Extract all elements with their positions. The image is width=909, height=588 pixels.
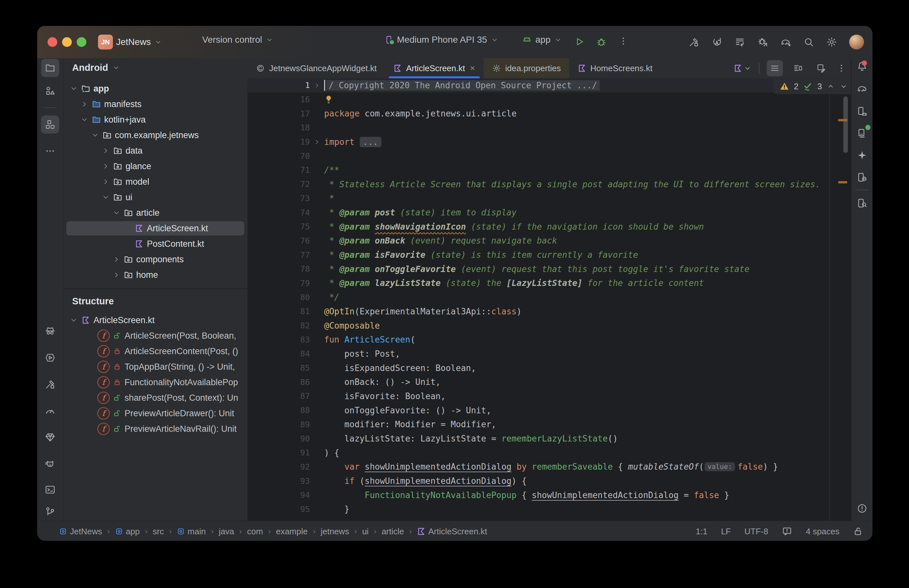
caret-position-widget[interactable]: 1:1 <box>696 527 707 536</box>
apply-code-changes-icon[interactable] <box>734 37 745 48</box>
run-button[interactable] <box>574 36 585 47</box>
tool-window-button-git-branch[interactable] <box>41 502 59 521</box>
tool-window-button-problems-circle[interactable] <box>853 499 871 517</box>
tree-chevron-icon[interactable] <box>100 194 111 201</box>
panel-divider[interactable] <box>64 289 248 289</box>
code-line[interactable]: 19import ... <box>247 135 851 149</box>
inspections-widget[interactable]: 2 3 <box>773 79 851 94</box>
breadcrumb-item[interactable]: src <box>153 527 164 536</box>
project-tree-row[interactable]: ui <box>64 189 248 205</box>
tool-window-button-device-explorer-link[interactable] <box>853 168 871 186</box>
project-tree-row[interactable]: PostContent.kt <box>64 236 248 252</box>
code-line[interactable]: 1/ Copyright 2020 The Android Open Sourc… <box>247 78 851 92</box>
build-hammer-icon[interactable] <box>688 37 699 48</box>
structure-item-row[interactable]: fArticleScreen(Post, Boolean, <box>64 328 248 344</box>
project-tree-row[interactable]: data <box>64 143 248 158</box>
device-selector[interactable]: Medium Phone API 35 <box>384 35 499 45</box>
tree-chevron-icon[interactable] <box>111 271 122 279</box>
code-line[interactable]: 90 lazyListState: LazyListState = rememb… <box>247 431 851 446</box>
structure-item-row[interactable]: fTopAppBar(String, () -> Unit, <box>64 359 248 375</box>
tool-window-button-profiler-gauge[interactable] <box>41 402 59 420</box>
editor-tab[interactable]: ArticleScreen.kt× <box>385 58 483 78</box>
view-split-toggle[interactable] <box>790 60 806 76</box>
view-design-toggle[interactable] <box>813 60 830 76</box>
line-ending-widget[interactable]: LF <box>721 527 731 536</box>
breadcrumb-item[interactable]: jetnews <box>321 527 349 536</box>
code-line[interactable]: 18 <box>247 121 851 135</box>
close-window-button[interactable] <box>48 37 57 47</box>
code-line[interactable]: 89 modifier: Modifier = Modifier, <box>247 418 851 432</box>
code-line[interactable]: 77 * @param isFavorite (state) is this i… <box>247 248 851 262</box>
code-line[interactable]: 83fun ArticleScreen( <box>247 333 851 347</box>
structure-item-row[interactable]: fPreviewArticleDrawer(): Unit <box>64 405 248 421</box>
tool-window-button-running-hexagon-play[interactable] <box>41 349 59 367</box>
next-problem-chevron-icon[interactable] <box>840 82 848 90</box>
search-icon[interactable] <box>803 37 814 48</box>
code-line[interactable]: 16 <box>247 92 851 107</box>
structure-item-row[interactable]: fArticleScreenContent(Post, () <box>64 344 248 359</box>
view-list-toggle[interactable] <box>767 60 783 76</box>
code-line[interactable]: 80 */ <box>247 290 851 304</box>
highlighting-level-bubble-icon[interactable] <box>782 526 792 536</box>
minimize-window-button[interactable] <box>62 37 72 47</box>
tool-window-button-gradle-elephant[interactable] <box>853 79 871 98</box>
breadcrumb-item[interactable]: example <box>276 527 308 536</box>
zoom-window-button[interactable] <box>77 37 86 47</box>
attach-debugger-bug-icon[interactable] <box>757 37 768 48</box>
fold-chevron-icon[interactable] <box>310 82 324 89</box>
tool-window-button-logcat-cat[interactable] <box>41 455 59 473</box>
code-line[interactable]: 82@Composable <box>247 318 851 333</box>
tool-window-button-app-inspection-spy[interactable] <box>41 322 59 340</box>
debug-button[interactable] <box>596 36 607 47</box>
code-line[interactable]: 79 * @param lazyListState (state) the [L… <box>247 276 851 291</box>
editor-tab[interactable]: JetnewsGlanceAppWidget.kt <box>247 58 385 78</box>
breadcrumb-item[interactable]: ui <box>362 527 368 536</box>
editor-tab[interactable]: idea.properties <box>484 58 569 78</box>
fold-chevron-icon[interactable] <box>310 139 324 145</box>
code-line[interactable]: 70 <box>247 149 851 163</box>
tool-window-button-notifications-bell[interactable] <box>853 57 871 75</box>
apply-changes-a-icon[interactable] <box>711 37 722 48</box>
prev-problem-chevron-icon[interactable] <box>827 82 835 90</box>
tool-window-button-running-devices[interactable] <box>853 124 871 142</box>
tool-window-button-project-folder[interactable] <box>41 59 59 77</box>
code-line[interactable]: 91) { <box>247 446 851 460</box>
code-line[interactable]: 84 post: Post, <box>247 347 851 361</box>
structure-item-row[interactable]: fPreviewArticleNavRail(): Unit <box>64 421 248 437</box>
tree-chevron-icon[interactable] <box>100 147 111 155</box>
tool-window-button-app-inspection-magnifier[interactable] <box>853 194 871 212</box>
code-line[interactable]: 93 if (showUnimplementedActionDialog) { <box>247 474 851 488</box>
project-tree-row[interactable]: app <box>64 81 248 96</box>
tree-chevron-icon[interactable] <box>79 116 90 124</box>
project-tree-row[interactable]: components <box>64 252 248 267</box>
tree-chevron-icon[interactable] <box>111 209 122 217</box>
project-tree-row[interactable]: article <box>64 205 248 221</box>
tree-chevron-icon[interactable] <box>100 162 111 170</box>
code-line[interactable]: 73 * <box>247 191 851 206</box>
project-tree-row[interactable]: com.example.jetnews <box>64 128 248 143</box>
breadcrumb-item[interactable]: app <box>115 527 140 536</box>
code-line[interactable]: 76 * @param onBack (event) request navig… <box>247 234 851 248</box>
tool-window-button-device-manager[interactable] <box>853 102 871 120</box>
project-tree-row[interactable]: kotlin+java <box>64 112 248 128</box>
indent-widget[interactable]: 4 spaces <box>806 527 840 536</box>
code-line[interactable]: 74 * @param post (state) item to display <box>247 205 851 220</box>
structure-item-row[interactable]: fFunctionalityNotAvailablePop <box>64 375 248 390</box>
code-line[interactable]: 88 onToggleFavorite: () -> Unit, <box>247 403 851 418</box>
code-line[interactable]: 71/** <box>247 163 851 177</box>
tree-chevron-icon[interactable] <box>90 131 101 139</box>
encoding-widget[interactable]: UTF-8 <box>744 527 768 536</box>
tool-window-button-gemini-sparkle[interactable] <box>853 146 871 164</box>
intention-bulb-icon[interactable] <box>324 95 333 105</box>
code-line[interactable]: 95 } <box>247 502 851 517</box>
tree-chevron-icon[interactable] <box>111 255 122 263</box>
project-tree-row[interactable]: ArticleScreen.kt <box>64 221 248 236</box>
vcs-widget[interactable]: Version control <box>202 35 274 45</box>
more-actions-kebab-icon[interactable] <box>618 36 628 46</box>
editor-scrollbar[interactable] <box>843 96 848 153</box>
tool-window-button-quality-insights-gem[interactable] <box>41 428 59 446</box>
breadcrumb-item[interactable]: article <box>382 527 404 536</box>
user-avatar[interactable] <box>849 35 864 50</box>
project-widget[interactable]: JN JetNews <box>98 35 162 50</box>
hidden-tabs-dropdown[interactable] <box>734 64 752 73</box>
